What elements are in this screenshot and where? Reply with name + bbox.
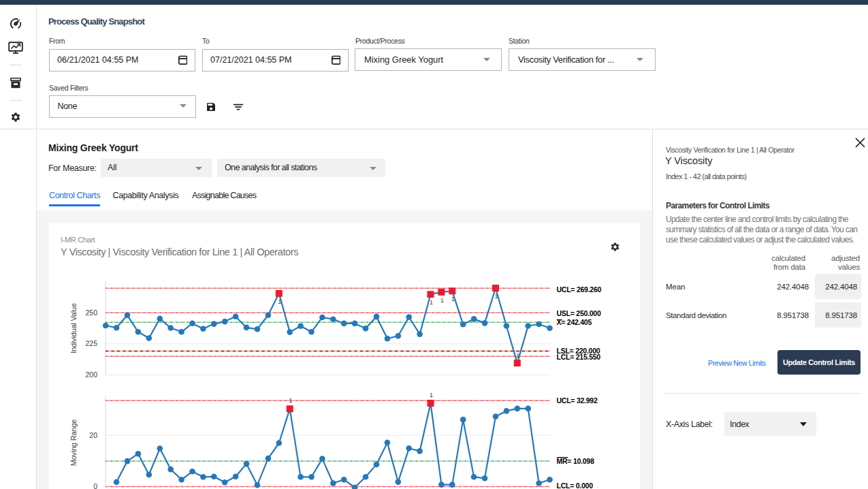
svg-text:1: 1 <box>430 299 433 306</box>
svg-text:LCL= 0.000: LCL= 0.000 <box>557 482 594 489</box>
svg-text:UCL= 269.260: UCL= 269.260 <box>557 285 602 294</box>
svg-text:Moving Range: Moving Range <box>69 420 78 467</box>
svg-text:225: 225 <box>85 339 97 347</box>
svg-text:1: 1 <box>494 293 498 300</box>
svg-text:1: 1 <box>440 297 444 304</box>
svg-text:200: 200 <box>85 370 97 379</box>
svg-text:UCL= 32.992: UCL= 32.992 <box>557 396 598 405</box>
svg-text:0: 0 <box>93 482 97 489</box>
svg-text:1: 1 <box>516 352 519 359</box>
svg-text:1: 1 <box>451 296 455 302</box>
svg-text:X= 242.405: X= 242.405 <box>557 318 592 326</box>
svg-text:1: 1 <box>278 298 281 305</box>
svg-text:USL= 250.000: USL= 250.000 <box>557 309 601 317</box>
svg-text:250: 250 <box>85 309 97 317</box>
svg-text:MR= 10.098: MR= 10.098 <box>557 457 594 465</box>
svg-text:1: 1 <box>430 392 433 398</box>
svg-text:20: 20 <box>89 431 97 439</box>
svg-text:1: 1 <box>289 397 292 404</box>
svg-text:LCL= 215.550: LCL= 215.550 <box>557 353 601 361</box>
svg-text:Individual Value: Individual Value <box>69 303 78 353</box>
